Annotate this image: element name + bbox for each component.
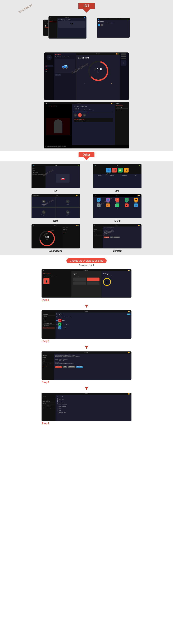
video-frame (46, 118, 70, 135)
app-maps: 📍 Maps (113, 204, 122, 208)
bt-controls (98, 24, 129, 26)
radio-bmwevoid7[interactable] (57, 412, 58, 413)
media-time: 4:52 PM (77, 102, 81, 104)
map-icon: 🗺 (70, 23, 73, 26)
nav-music-icon[interactable]: 🎵 (45, 62, 53, 64)
radio-bmwevo[interactable] (57, 402, 58, 404)
app-maps-icon: 📍 (116, 204, 119, 207)
radio-benz[interactable] (57, 408, 58, 409)
step3-reset-btn[interactable]: Reset (63, 366, 67, 368)
media-status: 📶🔋 (111, 102, 114, 104)
nbt-item-navigation: 🗺 Navigation (32, 197, 56, 208)
step2-opt-dvr: 📹 HD DVR (56, 326, 130, 330)
id6-topbar: 📺 4:51 🔋 (32, 164, 80, 166)
apps-cell: ◁ ○ 4:51 📶🔋 A AHR 🔵 BtGleamt (88, 194, 147, 222)
ver-btn-factory[interactable]: Factory Setup (104, 236, 109, 238)
app-settings-label: Settings (98, 208, 100, 208)
id7-main-screen: ☁ 🎵 🗺 🚗 ⊞ (44, 52, 129, 100)
maps-radio[interactable] (56, 320, 58, 321)
id5-labels-row: Bluetooth Navigation File-Manager Instr. (93, 174, 141, 177)
radio-jlr[interactable] (57, 410, 58, 411)
dash-left-gauges: 120 km/h (32, 226, 62, 248)
step2-sysinfo-item[interactable]: System info (42, 327, 55, 329)
rc-1 (121, 54, 126, 55)
ver-btn-reset[interactable]: Reset (110, 236, 113, 238)
track-info: Amy Channels - 练习 - 0 - Unknown (74, 120, 112, 122)
radio-bmwnbt[interactable] (57, 398, 58, 400)
id7-badge-container: ID7 (11, 2, 162, 14)
app-eqfix-icon: ≡ (106, 204, 110, 207)
other-grid-container: 📺 4:51 🔋 Browse Video Web Browsing Do no… (19, 164, 154, 252)
car-ctrl1[interactable]: ❄ (55, 74, 58, 76)
go-icon: ▶ (58, 322, 62, 326)
media-info: 文件名: furious7-1er1_lr1080p.mov 文件格式: mov… (72, 104, 115, 148)
step2-screen: ☁ 4:52 PM 📶🔋 Navigation Language Time Au… (42, 310, 132, 339)
dash-right-info: RPM: 3000 Fuel: 75% Temp: 90° 24.PT (62, 226, 80, 248)
bottom-nav-bar: IO Navigation/com.navngo.igo.javaclient.… (44, 145, 129, 148)
step4-search: Search app duplication (42, 405, 55, 407)
nbt-phone-icon: 📞 (42, 210, 46, 214)
step3-mcu-btn[interactable]: Mcu-Upgrade (76, 366, 83, 368)
arrow-after-step1 (42, 303, 132, 309)
app-ahr: A AHR (94, 198, 103, 203)
ver-buttons: Factory Setup Reset StopMouServer (104, 236, 140, 238)
steps-container: ☁ 4:52 PM 📶🔋 PhoneLink Support USB or Wi… (42, 269, 132, 425)
nav-map-icon[interactable]: 🗺 (45, 65, 53, 67)
cl-calllist: Call list (49, 21, 56, 22)
btn-prev[interactable]: ⏮ (74, 114, 77, 116)
step4-screen: ☁ 4:52 PM 📶🔋 Arm setting Sound things Up… (42, 392, 132, 421)
go-radio[interactable] (56, 324, 58, 325)
id5-icon-row: 🔵 🗺 📁 ⚙ (93, 166, 141, 174)
step3-factory-btn[interactable]: Factory Setup (55, 366, 62, 368)
btn-next[interactable]: ⏭ (83, 114, 86, 116)
current-track: 路径-手炸开(几佛)/伝·mp3 Amy Channels - 练习 - 0 -… (74, 118, 113, 122)
id6-car-icon: 🚗 (60, 176, 65, 180)
id6-item-3: Web Browsing (32, 171, 45, 173)
step3-stop-btn[interactable]: StopMouServer (68, 366, 76, 368)
media-topbar: ☁ 4:52 PM 📶🔋 (44, 102, 115, 104)
radio-bmwevoids[interactable] (57, 406, 58, 407)
step2-time-item: Time (42, 318, 55, 320)
dash-layout: 120 km/h RPM: 3000 Fuel: 75% Temp: 90° 2… (32, 226, 80, 248)
song-item-1: Amy Channels (116, 110, 128, 110)
label-bmwevo: BMW-EVO (59, 402, 64, 404)
dash-time: 4:51 PM (96, 53, 99, 54)
id5-nav-icon: 🗺 (112, 168, 117, 172)
ver-topbar: ⊞ 4:52 📶🔋 (93, 224, 141, 226)
ind2-label: 🌡 (98, 83, 98, 84)
nbt-menu-icon: ≡ Main Menu (33, 195, 39, 196)
step2-label: Step2 (42, 340, 132, 343)
step1-label: Step1 (42, 298, 132, 302)
dvr-radio[interactable] (56, 327, 58, 328)
media-filename-val: furious7-1er1_lr1080p.mov (77, 106, 87, 107)
step3-cloud: ☁ (43, 352, 44, 353)
radio-bmwevonew[interactable] (57, 404, 58, 406)
step2-main: Navigation OK Please select an applicati… (56, 312, 131, 338)
sound-label: Sound settings (116, 105, 128, 106)
nbt-status: 📶🔋 (76, 195, 78, 196)
nav-apps-icon[interactable]: ⊞ (45, 70, 53, 73)
indicator-1: ❄ (84, 83, 85, 84)
rc-knob[interactable]: ⟳ (121, 60, 126, 66)
dash-info-3: Temp: 90° (63, 230, 79, 232)
dial-icon: 📞 (44, 20, 46, 22)
call-icon: 📋 (45, 25, 46, 27)
radio-audi[interactable] (57, 400, 58, 402)
media-filename-label: 文件名: furious7-1er1_lr1080p.mov (74, 106, 113, 107)
id6-time: 4:51 (55, 165, 57, 166)
car-ctrl2[interactable]: 🌡 (58, 74, 60, 76)
step3-label: Step3 (42, 381, 132, 384)
step2-ok-btn[interactable]: OK (127, 314, 130, 315)
ver-layout: Navigation Language Time Audio System in… (93, 226, 141, 248)
car-controls: ❄ 🌡 (55, 74, 75, 76)
ver-sidebar: Navigation Language Time Audio System in… (93, 226, 103, 248)
step4-opt-jlr: JLR (57, 410, 130, 411)
app-dvr-label: DVR (126, 202, 127, 203)
label-bmwevoids: BMW-EVO-IDS (59, 406, 66, 407)
btn-pause[interactable]: ⏸ (78, 113, 82, 117)
dash-status-icons: 📶🔋 (116, 53, 119, 54)
other-badge: Other (78, 152, 95, 157)
nav-car-icon[interactable]: 🚗 (45, 68, 53, 70)
ver-btn-stop[interactable]: StopMouServer (114, 236, 120, 238)
calllist-bt-icon: 🔵 (84, 17, 85, 18)
